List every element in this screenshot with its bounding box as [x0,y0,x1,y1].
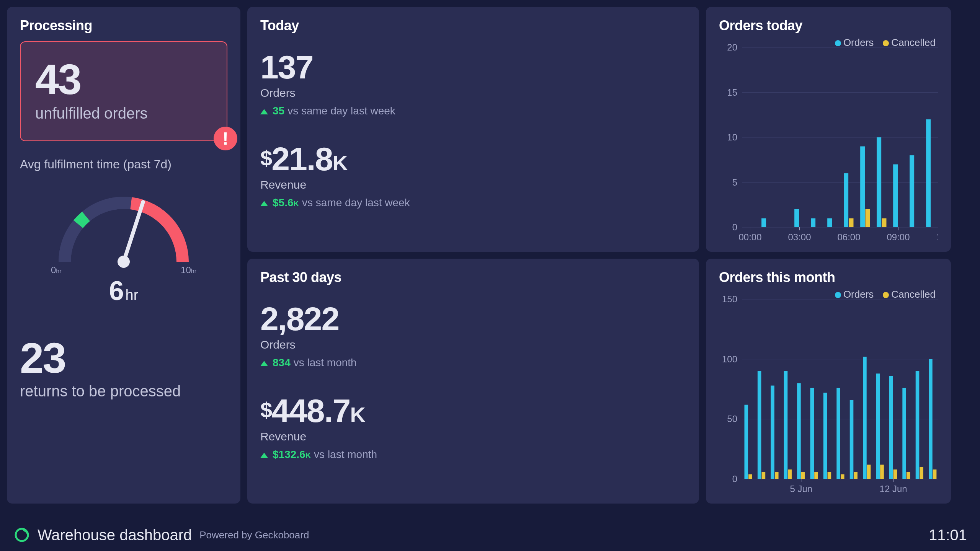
metric-today-revenue-value: $21.8K [260,142,686,175]
card-orders-month-title: Orders this month [719,269,938,285]
svg-rect-87 [775,472,779,479]
dot-icon [835,40,841,46]
footer: Warehouse dashboard Powered by Geckoboar… [0,519,980,551]
card-orders-today-title: Orders today [719,18,938,34]
svg-text:50: 50 [727,414,737,424]
svg-rect-92 [841,474,844,479]
legend-orders-month: Orders Cancelled [835,289,936,300]
svg-rect-65 [863,357,867,479]
metric-past30-revenue-label: Revenue [260,430,686,443]
svg-line-46 [124,202,143,262]
returns-label: returns to be processed [20,383,227,400]
svg-rect-67 [889,376,893,479]
svg-rect-63 [836,388,840,479]
svg-rect-56 [745,405,748,479]
svg-rect-95 [880,465,884,479]
card-past30: Past 30 days 2,822 Orders 834 vs last mo… [247,259,699,504]
dot-icon [883,292,889,298]
delta-text: vs same day last week [287,105,395,117]
svg-rect-86 [762,472,766,479]
svg-text:10: 10 [727,132,737,142]
svg-rect-60 [797,383,801,479]
card-orders-month: Orders this month Orders Cancelled 05010… [706,259,951,504]
legend-orders-today: Orders Cancelled [835,37,936,49]
metric-past30-revenue-value: $448.7K [260,394,686,427]
svg-text:20: 20 [727,42,737,52]
svg-rect-13 [827,218,832,228]
delta-value: $5.6K [273,197,299,209]
card-processing-title: Processing [20,18,227,34]
svg-rect-88 [788,469,792,479]
svg-rect-64 [850,400,854,479]
svg-rect-58 [771,386,774,479]
svg-rect-25 [849,218,854,228]
svg-rect-68 [902,388,906,479]
svg-rect-17 [893,165,898,228]
svg-rect-19 [926,119,931,227]
svg-rect-94 [867,465,871,479]
card-today-title: Today [260,18,686,34]
legend-item-orders: Orders [835,289,874,300]
svg-rect-57 [758,371,761,479]
svg-text:100: 100 [722,354,737,364]
svg-rect-97 [906,472,910,479]
alert-icon: ! [214,127,237,150]
svg-rect-15 [860,147,865,228]
alert-unfulfilled: 43 unfulfilled orders ! [20,41,227,141]
caret-up-icon [260,201,268,206]
metric-past30-revenue-delta: $132.6K vs last month [260,448,686,461]
svg-rect-14 [844,173,848,227]
metric-today-orders-delta: 35 vs same day last week [260,105,686,117]
caret-up-icon [260,109,268,114]
svg-text:150: 150 [722,294,737,304]
footer-title: Warehouse dashboard [38,527,192,544]
brand-logo-icon [13,526,31,544]
delta-value: 834 [273,357,291,369]
metric-today-orders-value: 137 [260,51,686,83]
svg-text:5 Jun: 5 Jun [790,484,812,494]
svg-text:5: 5 [732,177,737,187]
svg-text:0: 0 [732,222,737,232]
card-processing: Processing 43 unfulfilled orders ! Avg f… [7,7,240,504]
svg-rect-91 [828,472,831,479]
svg-rect-27 [882,218,887,228]
delta-text: vs last month [294,357,357,369]
metric-returns: 23 returns to be processed [20,337,227,400]
svg-text:15: 15 [727,87,737,98]
svg-text:06:00: 06:00 [837,232,860,242]
svg-rect-16 [877,137,881,227]
svg-text:12 Jun: 12 Jun [880,484,907,494]
svg-rect-98 [920,467,923,479]
svg-rect-99 [933,469,937,479]
svg-rect-10 [761,218,766,228]
footer-clock: 11:01 [929,527,967,544]
gauge-title: Avg fulfilment time (past 7d) [20,157,227,171]
dot-icon [883,40,889,46]
metric-today-orders-label: Orders [260,86,686,99]
svg-rect-11 [794,209,799,227]
svg-rect-96 [893,469,897,479]
footer-powered: Powered by Geckoboard [199,529,309,541]
svg-text:09:00: 09:00 [887,232,910,242]
svg-text:03:00: 03:00 [788,232,811,242]
delta-value: $132.6K [273,448,311,461]
metric-past30-orders-value: 2,822 [260,302,686,335]
gauge-min: 0hr [51,265,62,276]
svg-rect-18 [910,155,914,227]
caret-up-icon [260,361,268,366]
chart-orders-month: 0501001505 Jun12 Jun19 Jun26 Jun [719,292,938,498]
svg-rect-89 [801,472,805,479]
alert-label: unfulfilled orders [35,105,212,122]
card-past30-title: Past 30 days [260,269,686,285]
svg-rect-69 [916,371,920,479]
svg-rect-93 [854,472,858,479]
legend-item-cancelled: Cancelled [883,289,936,300]
metric-today-orders: 137 Orders 35 vs same day last week [260,51,686,117]
delta-text: vs same day last week [302,197,410,209]
chart-orders-today: 0510152000:0003:0006:0009:0012:0015:0018… [719,40,938,246]
svg-text:0: 0 [732,474,737,484]
metric-past30-orders: 2,822 Orders 834 vs last month [260,302,686,369]
svg-rect-90 [814,472,818,479]
metric-past30-orders-delta: 834 vs last month [260,357,686,369]
dot-icon [835,292,841,298]
